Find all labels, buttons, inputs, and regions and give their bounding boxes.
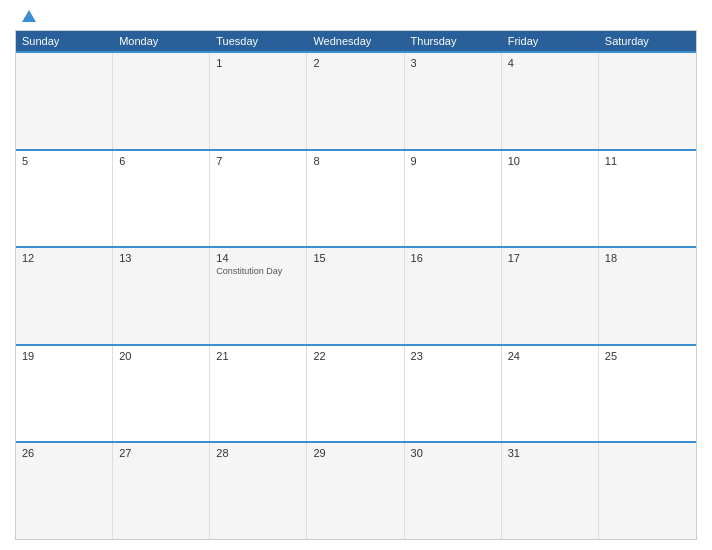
day-number: 24 [508, 350, 592, 362]
day-cell: 16 [405, 248, 502, 344]
day-number: 30 [411, 447, 495, 459]
day-cell: 11 [599, 151, 696, 247]
day-number: 16 [411, 252, 495, 264]
day-cell [599, 443, 696, 539]
day-number: 14 [216, 252, 300, 264]
day-cell: 23 [405, 346, 502, 442]
day-number: 20 [119, 350, 203, 362]
day-number: 13 [119, 252, 203, 264]
day-number: 11 [605, 155, 690, 167]
day-header-monday: Monday [113, 31, 210, 51]
day-cell: 21 [210, 346, 307, 442]
day-cell: 9 [405, 151, 502, 247]
day-number: 18 [605, 252, 690, 264]
day-cell: 4 [502, 53, 599, 149]
day-number: 27 [119, 447, 203, 459]
day-cell: 26 [16, 443, 113, 539]
day-number: 23 [411, 350, 495, 362]
header [15, 10, 697, 22]
day-cell: 14Constitution Day [210, 248, 307, 344]
event-label: Constitution Day [216, 266, 300, 276]
day-header-sunday: Sunday [16, 31, 113, 51]
day-cell: 2 [307, 53, 404, 149]
day-number: 17 [508, 252, 592, 264]
week-row-3: 121314Constitution Day15161718 [16, 246, 696, 344]
day-header-saturday: Saturday [599, 31, 696, 51]
day-cell: 6 [113, 151, 210, 247]
day-number: 28 [216, 447, 300, 459]
day-number: 2 [313, 57, 397, 69]
week-row-5: 262728293031 [16, 441, 696, 539]
day-cell: 28 [210, 443, 307, 539]
day-cell: 1 [210, 53, 307, 149]
day-header-wednesday: Wednesday [307, 31, 404, 51]
day-cell: 29 [307, 443, 404, 539]
calendar-grid: SundayMondayTuesdayWednesdayThursdayFrid… [15, 30, 697, 540]
calendar-page: SundayMondayTuesdayWednesdayThursdayFrid… [0, 0, 712, 550]
day-header-friday: Friday [502, 31, 599, 51]
logo-triangle-icon [22, 10, 36, 22]
day-cell: 7 [210, 151, 307, 247]
day-header-tuesday: Tuesday [210, 31, 307, 51]
weeks-container: 1234567891011121314Constitution Day15161… [16, 51, 696, 539]
day-cell: 3 [405, 53, 502, 149]
day-cell: 15 [307, 248, 404, 344]
day-cell: 22 [307, 346, 404, 442]
day-number: 31 [508, 447, 592, 459]
day-cell: 18 [599, 248, 696, 344]
day-number: 8 [313, 155, 397, 167]
day-cell: 25 [599, 346, 696, 442]
week-row-1: 1234 [16, 51, 696, 149]
day-cell: 27 [113, 443, 210, 539]
day-number: 22 [313, 350, 397, 362]
day-number: 26 [22, 447, 106, 459]
day-number: 25 [605, 350, 690, 362]
day-number: 10 [508, 155, 592, 167]
day-number: 21 [216, 350, 300, 362]
day-number: 4 [508, 57, 592, 69]
day-number: 29 [313, 447, 397, 459]
day-cell: 10 [502, 151, 599, 247]
day-cell: 19 [16, 346, 113, 442]
day-number: 3 [411, 57, 495, 69]
day-number: 1 [216, 57, 300, 69]
day-cell [16, 53, 113, 149]
day-number: 15 [313, 252, 397, 264]
logo [20, 10, 36, 22]
day-cell: 20 [113, 346, 210, 442]
week-row-4: 19202122232425 [16, 344, 696, 442]
day-number: 9 [411, 155, 495, 167]
day-number: 5 [22, 155, 106, 167]
day-number: 12 [22, 252, 106, 264]
day-cell: 5 [16, 151, 113, 247]
day-header-thursday: Thursday [405, 31, 502, 51]
day-cell: 12 [16, 248, 113, 344]
day-cell [599, 53, 696, 149]
day-cell: 31 [502, 443, 599, 539]
day-cell: 17 [502, 248, 599, 344]
day-number: 19 [22, 350, 106, 362]
week-row-2: 567891011 [16, 149, 696, 247]
day-cell: 24 [502, 346, 599, 442]
day-number: 6 [119, 155, 203, 167]
day-cell: 30 [405, 443, 502, 539]
day-cell: 13 [113, 248, 210, 344]
day-cell [113, 53, 210, 149]
day-number: 7 [216, 155, 300, 167]
day-headers-row: SundayMondayTuesdayWednesdayThursdayFrid… [16, 31, 696, 51]
day-cell: 8 [307, 151, 404, 247]
